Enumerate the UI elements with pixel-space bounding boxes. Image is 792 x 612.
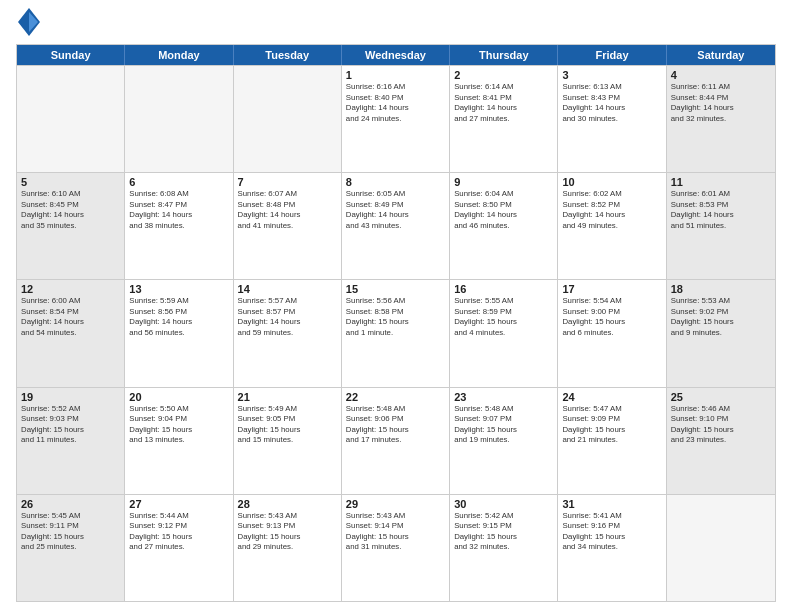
calendar-cell: 6Sunrise: 6:08 AM Sunset: 8:47 PM Daylig… xyxy=(125,173,233,279)
day-number: 21 xyxy=(238,391,337,403)
calendar-cell: 8Sunrise: 6:05 AM Sunset: 8:49 PM Daylig… xyxy=(342,173,450,279)
calendar-cell: 26Sunrise: 5:45 AM Sunset: 9:11 PM Dayli… xyxy=(17,495,125,601)
calendar-cell: 9Sunrise: 6:04 AM Sunset: 8:50 PM Daylig… xyxy=(450,173,558,279)
day-number: 2 xyxy=(454,69,553,81)
day-number: 27 xyxy=(129,498,228,510)
calendar-cell: 10Sunrise: 6:02 AM Sunset: 8:52 PM Dayli… xyxy=(558,173,666,279)
header-day-sunday: Sunday xyxy=(17,45,125,65)
day-number: 6 xyxy=(129,176,228,188)
calendar-body: 1Sunrise: 6:16 AM Sunset: 8:40 PM Daylig… xyxy=(17,65,775,601)
header-day-saturday: Saturday xyxy=(667,45,775,65)
day-number: 15 xyxy=(346,283,445,295)
cell-info: Sunrise: 5:49 AM Sunset: 9:05 PM Dayligh… xyxy=(238,404,337,446)
calendar-cell xyxy=(125,66,233,172)
cell-info: Sunrise: 6:05 AM Sunset: 8:49 PM Dayligh… xyxy=(346,189,445,231)
calendar-cell: 31Sunrise: 5:41 AM Sunset: 9:16 PM Dayli… xyxy=(558,495,666,601)
calendar-cell: 3Sunrise: 6:13 AM Sunset: 8:43 PM Daylig… xyxy=(558,66,666,172)
calendar-row-0: 1Sunrise: 6:16 AM Sunset: 8:40 PM Daylig… xyxy=(17,65,775,172)
day-number: 7 xyxy=(238,176,337,188)
cell-info: Sunrise: 6:16 AM Sunset: 8:40 PM Dayligh… xyxy=(346,82,445,124)
day-number: 25 xyxy=(671,391,771,403)
day-number: 26 xyxy=(21,498,120,510)
day-number: 11 xyxy=(671,176,771,188)
calendar-cell: 23Sunrise: 5:48 AM Sunset: 9:07 PM Dayli… xyxy=(450,388,558,494)
day-number: 16 xyxy=(454,283,553,295)
cell-info: Sunrise: 5:48 AM Sunset: 9:07 PM Dayligh… xyxy=(454,404,553,446)
cell-info: Sunrise: 6:02 AM Sunset: 8:52 PM Dayligh… xyxy=(562,189,661,231)
calendar-cell: 19Sunrise: 5:52 AM Sunset: 9:03 PM Dayli… xyxy=(17,388,125,494)
calendar-row-4: 26Sunrise: 5:45 AM Sunset: 9:11 PM Dayli… xyxy=(17,494,775,601)
day-number: 12 xyxy=(21,283,120,295)
calendar-cell: 13Sunrise: 5:59 AM Sunset: 8:56 PM Dayli… xyxy=(125,280,233,386)
cell-info: Sunrise: 5:48 AM Sunset: 9:06 PM Dayligh… xyxy=(346,404,445,446)
cell-info: Sunrise: 5:44 AM Sunset: 9:12 PM Dayligh… xyxy=(129,511,228,553)
day-number: 1 xyxy=(346,69,445,81)
header-day-wednesday: Wednesday xyxy=(342,45,450,65)
cell-info: Sunrise: 5:43 AM Sunset: 9:14 PM Dayligh… xyxy=(346,511,445,553)
header-day-friday: Friday xyxy=(558,45,666,65)
header xyxy=(16,12,776,36)
calendar-cell: 12Sunrise: 6:00 AM Sunset: 8:54 PM Dayli… xyxy=(17,280,125,386)
cell-info: Sunrise: 5:46 AM Sunset: 9:10 PM Dayligh… xyxy=(671,404,771,446)
cell-info: Sunrise: 5:53 AM Sunset: 9:02 PM Dayligh… xyxy=(671,296,771,338)
day-number: 8 xyxy=(346,176,445,188)
cell-info: Sunrise: 5:41 AM Sunset: 9:16 PM Dayligh… xyxy=(562,511,661,553)
calendar-cell xyxy=(667,495,775,601)
calendar-cell: 25Sunrise: 5:46 AM Sunset: 9:10 PM Dayli… xyxy=(667,388,775,494)
calendar-cell: 5Sunrise: 6:10 AM Sunset: 8:45 PM Daylig… xyxy=(17,173,125,279)
calendar-cell: 14Sunrise: 5:57 AM Sunset: 8:57 PM Dayli… xyxy=(234,280,342,386)
cell-info: Sunrise: 6:00 AM Sunset: 8:54 PM Dayligh… xyxy=(21,296,120,338)
calendar-cell: 15Sunrise: 5:56 AM Sunset: 8:58 PM Dayli… xyxy=(342,280,450,386)
cell-info: Sunrise: 5:55 AM Sunset: 8:59 PM Dayligh… xyxy=(454,296,553,338)
logo-icon xyxy=(18,8,40,36)
calendar-cell xyxy=(234,66,342,172)
day-number: 20 xyxy=(129,391,228,403)
calendar-cell: 2Sunrise: 6:14 AM Sunset: 8:41 PM Daylig… xyxy=(450,66,558,172)
calendar-cell: 29Sunrise: 5:43 AM Sunset: 9:14 PM Dayli… xyxy=(342,495,450,601)
cell-info: Sunrise: 6:07 AM Sunset: 8:48 PM Dayligh… xyxy=(238,189,337,231)
calendar-cell xyxy=(17,66,125,172)
calendar-header: SundayMondayTuesdayWednesdayThursdayFrid… xyxy=(17,45,775,65)
calendar-cell: 30Sunrise: 5:42 AM Sunset: 9:15 PM Dayli… xyxy=(450,495,558,601)
calendar-cell: 16Sunrise: 5:55 AM Sunset: 8:59 PM Dayli… xyxy=(450,280,558,386)
cell-info: Sunrise: 6:14 AM Sunset: 8:41 PM Dayligh… xyxy=(454,82,553,124)
cell-info: Sunrise: 5:52 AM Sunset: 9:03 PM Dayligh… xyxy=(21,404,120,446)
calendar-cell: 22Sunrise: 5:48 AM Sunset: 9:06 PM Dayli… xyxy=(342,388,450,494)
calendar-cell: 17Sunrise: 5:54 AM Sunset: 9:00 PM Dayli… xyxy=(558,280,666,386)
day-number: 14 xyxy=(238,283,337,295)
header-day-tuesday: Tuesday xyxy=(234,45,342,65)
cell-info: Sunrise: 5:50 AM Sunset: 9:04 PM Dayligh… xyxy=(129,404,228,446)
calendar-row-2: 12Sunrise: 6:00 AM Sunset: 8:54 PM Dayli… xyxy=(17,279,775,386)
day-number: 30 xyxy=(454,498,553,510)
calendar-cell: 20Sunrise: 5:50 AM Sunset: 9:04 PM Dayli… xyxy=(125,388,233,494)
day-number: 17 xyxy=(562,283,661,295)
logo xyxy=(16,12,40,36)
day-number: 31 xyxy=(562,498,661,510)
header-day-monday: Monday xyxy=(125,45,233,65)
calendar: SundayMondayTuesdayWednesdayThursdayFrid… xyxy=(16,44,776,602)
cell-info: Sunrise: 5:45 AM Sunset: 9:11 PM Dayligh… xyxy=(21,511,120,553)
day-number: 9 xyxy=(454,176,553,188)
day-number: 10 xyxy=(562,176,661,188)
day-number: 28 xyxy=(238,498,337,510)
calendar-cell: 21Sunrise: 5:49 AM Sunset: 9:05 PM Dayli… xyxy=(234,388,342,494)
day-number: 18 xyxy=(671,283,771,295)
calendar-cell: 7Sunrise: 6:07 AM Sunset: 8:48 PM Daylig… xyxy=(234,173,342,279)
day-number: 3 xyxy=(562,69,661,81)
cell-info: Sunrise: 5:57 AM Sunset: 8:57 PM Dayligh… xyxy=(238,296,337,338)
calendar-cell: 11Sunrise: 6:01 AM Sunset: 8:53 PM Dayli… xyxy=(667,173,775,279)
day-number: 23 xyxy=(454,391,553,403)
cell-info: Sunrise: 5:56 AM Sunset: 8:58 PM Dayligh… xyxy=(346,296,445,338)
cell-info: Sunrise: 5:43 AM Sunset: 9:13 PM Dayligh… xyxy=(238,511,337,553)
cell-info: Sunrise: 6:08 AM Sunset: 8:47 PM Dayligh… xyxy=(129,189,228,231)
cell-info: Sunrise: 5:42 AM Sunset: 9:15 PM Dayligh… xyxy=(454,511,553,553)
calendar-cell: 4Sunrise: 6:11 AM Sunset: 8:44 PM Daylig… xyxy=(667,66,775,172)
cell-info: Sunrise: 6:11 AM Sunset: 8:44 PM Dayligh… xyxy=(671,82,771,124)
calendar-cell: 1Sunrise: 6:16 AM Sunset: 8:40 PM Daylig… xyxy=(342,66,450,172)
calendar-row-3: 19Sunrise: 5:52 AM Sunset: 9:03 PM Dayli… xyxy=(17,387,775,494)
day-number: 13 xyxy=(129,283,228,295)
day-number: 19 xyxy=(21,391,120,403)
cell-info: Sunrise: 6:01 AM Sunset: 8:53 PM Dayligh… xyxy=(671,189,771,231)
day-number: 22 xyxy=(346,391,445,403)
calendar-cell: 27Sunrise: 5:44 AM Sunset: 9:12 PM Dayli… xyxy=(125,495,233,601)
